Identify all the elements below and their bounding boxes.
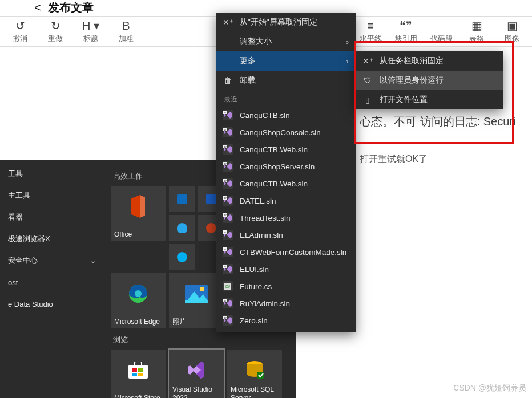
toolbar-标题[interactable]: H ▾标题: [73, 19, 108, 44]
menu-label: 更多: [240, 56, 256, 66]
sln-icon: 17: [223, 127, 233, 137]
menu-label: 卸载: [240, 75, 256, 86]
tile-sql-server[interactable]: Microsoft SQL Server...: [227, 350, 282, 398]
menu-more[interactable]: 更多 ›: [216, 51, 356, 71]
recent-file[interactable]: 17Zero.sln: [216, 312, 356, 329]
menu-label: 从"开始"屏幕取消固定: [240, 17, 317, 27]
tile-onedrive[interactable]: [169, 215, 195, 241]
toolbar-icon: ≡: [367, 19, 374, 32]
recent-file[interactable]: C#Future.cs: [216, 278, 356, 295]
rail-item[interactable]: 看器: [0, 206, 104, 228]
toolbar-label: 撤消: [13, 34, 27, 44]
recent-file[interactable]: 17ThreadTest.sln: [216, 209, 356, 226]
svg-rect-10: [138, 373, 143, 376]
rail-label: 极速浏览器X: [8, 234, 50, 244]
tile-outlook[interactable]: [169, 186, 195, 212]
rail-label: 主工具: [8, 190, 30, 201]
svg-text:17: 17: [224, 299, 227, 302]
tile-edge[interactable]: Microsoft Edge: [111, 273, 166, 328]
toolbar-重做[interactable]: ↻重做: [38, 19, 73, 44]
file-name: Zero.sln: [240, 316, 268, 325]
start-left-rail: 工具主工具看器极速浏览器X安全中心⌄oste Data Studio: [0, 160, 104, 398]
toolbar-加粗[interactable]: B加粗: [108, 19, 144, 44]
menu-unpin-start[interactable]: ✕⁺ 从"开始"屏幕取消固定: [216, 13, 356, 32]
folder-icon: ▯: [362, 95, 373, 104]
svg-text:17: 17: [224, 316, 227, 319]
svg-point-1: [135, 290, 142, 297]
word-icon: [206, 194, 216, 204]
submenu-open-location[interactable]: ▯ 打开文件位置: [356, 90, 503, 109]
recent-label: 最近: [216, 90, 356, 107]
rail-item[interactable]: ost: [0, 271, 104, 293]
unpin-icon: ✕⁺: [362, 56, 373, 66]
rail-item[interactable]: 极速浏览器X: [0, 228, 104, 250]
toolbar-图像[interactable]: ▣图像: [494, 19, 530, 44]
skype-icon: [177, 252, 187, 262]
submenu-run-admin[interactable]: 🛡 以管理员身份运行: [356, 71, 503, 90]
shield-icon: 🛡: [362, 76, 373, 85]
recent-file[interactable]: 17CanquCTB.Web.sln: [216, 175, 356, 192]
sql-server-icon: [245, 360, 264, 380]
svg-text:17: 17: [224, 197, 227, 200]
onedrive-icon: [177, 223, 187, 233]
toolbar-代码段[interactable]: 代码段: [424, 19, 459, 44]
recent-file[interactable]: 17CanquShopConsole.sln: [216, 124, 356, 141]
sln-icon: 17: [223, 315, 233, 326]
sln-icon: 17: [223, 230, 233, 240]
svg-text:17: 17: [224, 180, 227, 182]
chevron-right-icon: ›: [346, 57, 349, 66]
toolbar-label: 代码段: [430, 34, 453, 44]
file-name: ELUI.sln: [240, 265, 269, 274]
recent-file[interactable]: 17CanquCTB.sln: [216, 107, 356, 124]
sln-icon: 17: [223, 247, 233, 257]
store-icon: [128, 362, 148, 379]
menu-uninstall[interactable]: 🗑 卸载: [216, 71, 356, 90]
sln-icon: C#: [223, 281, 233, 291]
toolbar-label: 图像: [505, 34, 519, 44]
tile-skype[interactable]: [169, 244, 195, 270]
tile-visual-studio[interactable]: Visual Studio 2022: [169, 350, 224, 398]
tile-label: Visual Studio 2022: [172, 385, 221, 398]
visual-studio-icon: [187, 360, 206, 380]
toolbar-label: 水平线: [360, 34, 382, 44]
rail-item[interactable]: e Data Studio: [0, 293, 104, 315]
recent-file[interactable]: 17CanquShopServer.sln: [216, 158, 356, 175]
chevron-down-icon: ⌄: [90, 257, 96, 265]
page-title: 发布文章: [48, 0, 94, 15]
toolbar-块引用[interactable]: ❝❞块引用: [388, 19, 424, 44]
recent-file[interactable]: 17DATEL.sln: [216, 192, 356, 209]
recent-file[interactable]: 17ELUI.sln: [216, 261, 356, 278]
toolbar-表格[interactable]: ▦表格: [459, 19, 494, 44]
recent-file[interactable]: 17CanquCTB.Web.sln: [216, 141, 356, 158]
tile-label: 照片: [172, 318, 221, 326]
svg-text:17: 17: [224, 163, 227, 165]
toolbar-水平线[interactable]: ≡水平线: [353, 19, 388, 44]
menu-resize[interactable]: 调整大小 ›: [216, 32, 356, 51]
svg-rect-8: [138, 368, 143, 372]
svg-text:17: 17: [224, 214, 227, 217]
recent-file[interactable]: 17CTBWebFormCustomMade.sln: [216, 243, 356, 261]
rail-item[interactable]: 主工具: [0, 185, 104, 206]
photos-icon: [185, 285, 208, 303]
toolbar-label: 加粗: [119, 34, 134, 44]
svg-text:17: 17: [224, 248, 227, 251]
toolbar-撤消[interactable]: ↺撤消: [2, 19, 38, 44]
file-name: ThreadTest.sln: [240, 214, 291, 222]
tile-label: Microsoft Edge: [114, 318, 163, 326]
svg-text:17: 17: [224, 231, 227, 234]
sln-icon: 17: [223, 110, 233, 120]
rail-item[interactable]: 工具: [0, 163, 104, 185]
toolbar-icon: ↻: [51, 19, 61, 32]
recent-file[interactable]: 17ELAdmin.sln: [216, 226, 356, 243]
back-chevron-icon[interactable]: <: [34, 1, 41, 14]
tile-office[interactable]: Office: [111, 186, 166, 241]
outlook-icon: [177, 194, 187, 204]
rail-label: e Data Studio: [8, 300, 53, 308]
recent-file[interactable]: 17RuYiAdmin.sln: [216, 295, 356, 312]
rail-item[interactable]: 安全中心⌄: [0, 250, 104, 271]
doc-fragment: 心态。不可 访问的日志: Securi: [360, 111, 515, 132]
file-name: CTBWebFormCustomMade.sln: [240, 248, 346, 257]
submenu-unpin-taskbar[interactable]: ✕⁺ 从任务栏取消固定: [356, 51, 503, 71]
tile-store[interactable]: Microsoft Store: [111, 350, 166, 398]
watermark: CSDN @犹娅饲养员: [453, 383, 526, 393]
